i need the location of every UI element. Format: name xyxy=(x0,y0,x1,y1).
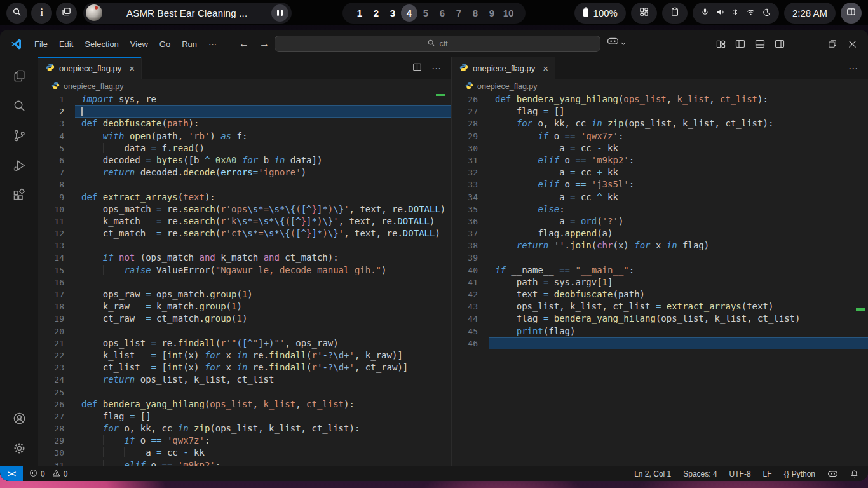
info-button[interactable]: i xyxy=(31,3,52,24)
encoding-setting[interactable]: UTF-8 xyxy=(729,470,751,478)
warning-icon[interactable] xyxy=(52,469,60,479)
toggle-secondary-sidebar-button[interactable] xyxy=(774,38,785,50)
code-line[interactable]: 26def bendera_yang_hilang(ops_list, k_li… xyxy=(452,93,868,105)
line-number[interactable]: 36 xyxy=(452,215,489,227)
customize-layout-button[interactable] xyxy=(715,38,726,50)
forward-button[interactable]: → xyxy=(259,38,269,50)
line-number[interactable]: 38 xyxy=(452,240,489,252)
notifications-bell-button[interactable] xyxy=(850,470,858,478)
code-line[interactable]: 5 data = f.read() xyxy=(38,142,451,154)
workspace-1[interactable]: 1 xyxy=(351,4,368,22)
tab-onepiece-flag[interactable]: onepiece_flag.py × xyxy=(452,57,555,79)
breadcrumb[interactable]: onepiece_flag.py xyxy=(38,79,451,93)
line-number[interactable]: 7 xyxy=(38,166,75,179)
workspace-switcher[interactable]: 12345678910 xyxy=(342,3,526,24)
line-number[interactable]: 24 xyxy=(38,374,75,386)
copilot-button[interactable] xyxy=(607,36,626,48)
tab-onepiece-flag[interactable]: onepiece_flag.py × xyxy=(38,57,142,79)
workspace-9[interactable]: 9 xyxy=(484,4,500,22)
line-number[interactable]: 26 xyxy=(38,398,75,410)
code-line[interactable]: 37 flag.append(a) xyxy=(452,227,868,240)
code-line[interactable]: 27 flag = [] xyxy=(38,410,451,423)
line-number[interactable]: 10 xyxy=(38,203,75,215)
code-line[interactable]: 2 xyxy=(38,105,451,118)
line-number[interactable]: 40 xyxy=(452,264,489,276)
code-line[interactable]: 11 k_match = re.search(r'k\s*=\s*\{([^}]… xyxy=(38,215,451,227)
apps-grid-button[interactable] xyxy=(631,3,657,24)
code-line[interactable]: 30 a = cc - kk xyxy=(38,447,451,459)
line-number[interactable]: 13 xyxy=(38,240,75,252)
code-line[interactable]: 25 xyxy=(38,386,451,398)
menu-run[interactable]: Run xyxy=(176,39,203,49)
line-number[interactable]: 27 xyxy=(452,105,489,118)
editor-right[interactable]: 26def bendera_yang_hilang(ops_list, k_li… xyxy=(452,93,868,466)
command-center-search[interactable]: ctf xyxy=(275,36,600,52)
media-player-widget[interactable]: ASMR Best Ear Cleaning ... xyxy=(83,3,292,24)
code-line[interactable]: 26def bendera_yang_hilang(ops_list, k_li… xyxy=(38,398,451,410)
code-line[interactable]: 36 a = ord('?') xyxy=(452,215,868,227)
line-number[interactable]: 1 xyxy=(38,93,75,105)
quick-settings[interactable] xyxy=(693,3,779,24)
menu-more[interactable]: ⋯ xyxy=(203,39,222,49)
code-line[interactable]: 39 xyxy=(452,252,868,264)
code-line[interactable]: 35 else: xyxy=(452,203,868,215)
code-line[interactable]: 33 elif o == 'j3s5l': xyxy=(452,179,868,191)
line-number[interactable]: 37 xyxy=(452,227,489,240)
line-number[interactable]: 28 xyxy=(452,118,489,130)
copilot-status-button[interactable] xyxy=(827,470,838,478)
line-number[interactable]: 3 xyxy=(38,118,75,130)
error-icon[interactable] xyxy=(29,469,37,479)
line-number[interactable]: 5 xyxy=(38,142,75,154)
line-number[interactable]: 11 xyxy=(38,215,75,227)
code-line[interactable]: 29 if o == 'qwx7z': xyxy=(38,435,451,447)
code-line[interactable]: 14 if not (ops_match and k_match and ct_… xyxy=(38,252,451,264)
code-line[interactable]: 19 ct_raw = ct_match.group(1) xyxy=(38,313,451,325)
code-line[interactable]: 46 xyxy=(452,337,868,349)
code-line[interactable]: 42 text = deobfuscate(path) xyxy=(452,288,868,301)
workspace-3[interactable]: 3 xyxy=(384,4,401,22)
line-number[interactable]: 31 xyxy=(38,459,75,466)
sidebar-item-extensions[interactable] xyxy=(4,182,34,212)
window-layout-button[interactable] xyxy=(841,3,862,24)
workspace-4[interactable]: 4 xyxy=(401,4,417,22)
split-editor-icon[interactable] xyxy=(412,62,422,74)
menu-selection[interactable]: Selection xyxy=(79,39,124,49)
breadcrumb-item[interactable]: onepiece_flag.py xyxy=(477,82,538,91)
code-line[interactable]: 45 print(flag) xyxy=(452,325,868,337)
indentation-setting[interactable]: Spaces: 4 xyxy=(683,470,717,478)
clock[interactable]: 2:28 AM xyxy=(784,3,836,24)
sidebar-item-explorer[interactable] xyxy=(4,62,34,92)
error-count[interactable]: 0 xyxy=(41,470,45,478)
line-number[interactable]: 46 xyxy=(452,337,489,349)
line-number[interactable]: 2 xyxy=(38,105,75,118)
code-line[interactable]: 13 xyxy=(38,240,451,252)
code-line[interactable]: 21 ops_list = re.findall(r'"([^"]+)"', o… xyxy=(38,337,451,349)
line-number[interactable]: 14 xyxy=(38,252,75,264)
line-number[interactable]: 15 xyxy=(38,264,75,276)
code-line[interactable]: 7 return decoded.decode(errors='ignore') xyxy=(38,166,451,179)
line-number[interactable]: 12 xyxy=(38,227,75,240)
workspace-6[interactable]: 6 xyxy=(434,4,451,22)
code-line[interactable]: 22 k_list = [int(x) for x in re.findall(… xyxy=(38,349,451,362)
toggle-primary-sidebar-button[interactable] xyxy=(735,38,746,50)
line-number[interactable]: 26 xyxy=(452,93,489,105)
line-number[interactable]: 43 xyxy=(452,301,489,313)
line-number[interactable]: 18 xyxy=(38,301,75,313)
line-number[interactable]: 29 xyxy=(38,435,75,447)
clipboard-button[interactable] xyxy=(662,3,688,24)
line-number[interactable]: 21 xyxy=(38,337,75,349)
code-line[interactable]: 29 if o == 'qwx7z': xyxy=(452,130,868,142)
line-number[interactable]: 25 xyxy=(38,386,75,398)
line-number[interactable]: 23 xyxy=(38,362,75,374)
code-line[interactable]: 15 raise ValueError("Ngawur le, decode m… xyxy=(38,264,451,276)
code-line[interactable]: 38 return ''.join(chr(x) for x in flag) xyxy=(452,240,868,252)
line-number[interactable]: 22 xyxy=(38,349,75,362)
line-number[interactable]: 4 xyxy=(38,130,75,142)
code-line[interactable]: 8 xyxy=(38,179,451,191)
menu-file[interactable]: File xyxy=(29,39,53,49)
code-line[interactable]: 27 flag = [] xyxy=(452,105,868,118)
code-line[interactable]: 1import sys, re xyxy=(38,93,451,105)
sidebar-item-search[interactable] xyxy=(4,92,34,122)
code-line[interactable]: 40if __name__ == "__main__": xyxy=(452,264,868,276)
line-number[interactable]: 27 xyxy=(38,410,75,423)
